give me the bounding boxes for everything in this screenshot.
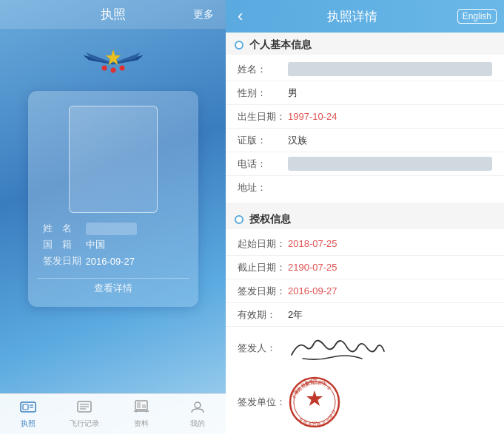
left-panel: 执照 更多 姓 名 国 籍 中国 — [0, 0, 226, 434]
right-panel: ‹ 执照详情 English 个人基本信息 姓名： 性别： 男 出生日期： — [226, 0, 504, 434]
logo-icon — [80, 42, 147, 79]
section-dot-personal — [235, 41, 243, 50]
card-name-label: 姓 名 — [43, 222, 86, 235]
nav-label-flight-record: 飞行记录 — [70, 418, 99, 429]
value-issue-date: 2016-09-27 — [288, 285, 492, 296]
card-name-row: 姓 名 — [43, 222, 184, 235]
svg-marker-21 — [306, 390, 323, 406]
right-header: ‹ 执照详情 English — [226, 0, 504, 33]
nav-label-data: 资料 — [134, 418, 149, 429]
card-date-row: 签发日期 2016-09-27 — [43, 254, 184, 268]
label-birthday: 出生日期： — [238, 110, 288, 123]
svg-rect-5 — [23, 404, 28, 410]
flight-record-icon — [76, 400, 93, 417]
label-issue-date: 签发日期： — [238, 285, 288, 298]
value-version: 汉族 — [288, 134, 492, 147]
stamp-row: 签发单位： 中国民用航空局 飞行标准司 (1) — [226, 370, 504, 434]
label-validity: 有效期： — [238, 308, 288, 322]
section-title-auth: 授权信息 — [249, 213, 291, 226]
svg-point-2 — [110, 68, 115, 73]
section-body-personal: 姓名： 性别： 男 出生日期： 1997-10-24 证版： 汉族 电话： — [226, 55, 504, 203]
svg-point-3 — [119, 66, 124, 71]
value-gender: 男 — [288, 87, 492, 100]
signature-label: 签发人： — [238, 342, 288, 355]
info-row-version: 证版： 汉族 — [226, 129, 504, 152]
value-name — [288, 62, 492, 76]
nav-item-license[interactable]: 执照 — [0, 394, 56, 434]
signature-image — [288, 333, 392, 364]
right-content: 个人基本信息 姓名： 性别： 男 出生日期： 1997-10-24 证版： 汉 — [226, 33, 504, 434]
bottom-nav: 执照 飞行记录 — [0, 393, 226, 434]
language-button[interactable]: English — [457, 9, 497, 24]
info-row-issue-date: 签发日期： 2016-09-27 — [226, 279, 504, 303]
card-info: 姓 名 国 籍 中国 签发日期 2016-09-27 — [37, 222, 189, 271]
official-stamp: 中国民用航空局 飞行标准司 (1) 中国民用航空飞行标准 行政许可颁证专用章 — [288, 376, 341, 429]
card-country-label: 国 籍 — [43, 238, 86, 251]
section-auth-header: 授权信息 — [226, 207, 504, 229]
nav-item-flight-record[interactable]: 飞行记录 — [56, 394, 112, 434]
view-detail-button[interactable]: 查看详情 — [37, 278, 189, 298]
value-start-date: 2018-07-25 — [288, 238, 492, 249]
card-country-value: 中国 — [86, 238, 105, 251]
card-name-value — [86, 223, 137, 235]
card-date-label: 签发日期 — [43, 254, 86, 268]
label-version: 证版： — [238, 134, 288, 147]
info-row-name: 姓名： — [226, 58, 504, 81]
label-address: 地址： — [238, 181, 288, 194]
nav-label-mine: 我的 — [190, 418, 205, 429]
nav-label-license: 执照 — [21, 418, 36, 429]
value-end-date: 2190-07-25 — [288, 262, 492, 273]
section-personal-info: 个人基本信息 姓名： 性别： 男 出生日期： 1997-10-24 证版： 汉 — [226, 33, 504, 203]
info-row-validity: 有效期： 2年 — [226, 303, 504, 327]
section-title-personal: 个人基本信息 — [249, 38, 312, 52]
value-phone — [288, 157, 492, 171]
stamp-label: 签发单位： — [238, 396, 288, 409]
back-button[interactable]: ‹ — [233, 7, 247, 26]
info-row-start-date: 起始日期： 2018-07-25 — [226, 232, 504, 256]
value-birthday: 1997-10-24 — [288, 111, 492, 122]
logo-area — [80, 42, 147, 79]
right-header-title: 执照详情 — [247, 8, 457, 25]
section-dot-auth — [235, 215, 243, 224]
label-start-date: 起始日期： — [238, 237, 288, 251]
left-header: 执照 更多 — [0, 0, 226, 29]
info-row-address: 地址： — [226, 176, 504, 200]
nav-item-data[interactable]: 资料 — [113, 394, 169, 434]
more-button[interactable]: 更多 — [147, 8, 214, 21]
info-row-gender: 性别： 男 — [226, 81, 504, 105]
section-authorization: 授权信息 起始日期： 2018-07-25 截止日期： 2190-07-25 签… — [226, 207, 504, 434]
svg-point-18 — [195, 402, 201, 408]
card-country-row: 国 籍 中国 — [43, 238, 184, 251]
data-icon — [133, 400, 149, 417]
nav-item-mine[interactable]: 我的 — [169, 394, 226, 434]
svg-rect-14 — [142, 404, 146, 408]
card-date-value: 2016-09-27 — [86, 256, 135, 267]
info-row-birthday: 出生日期： 1997-10-24 — [226, 105, 504, 129]
info-row-end-date: 截止日期： 2190-07-25 — [226, 256, 504, 279]
license-icon — [20, 400, 36, 417]
svg-rect-13 — [137, 402, 141, 408]
left-header-title: 执照 — [79, 6, 147, 23]
photo-placeholder — [69, 106, 158, 213]
mine-icon — [189, 400, 206, 417]
license-card: 姓 名 国 籍 中国 签发日期 2016-09-27 查看详情 — [28, 91, 198, 307]
section-personal-header: 个人基本信息 — [226, 33, 504, 55]
section-body-auth: 起始日期： 2018-07-25 截止日期： 2190-07-25 签发日期： … — [226, 229, 504, 434]
label-name: 姓名： — [238, 63, 288, 76]
signature-row: 签发人： — [226, 327, 504, 370]
label-gender: 性别： — [238, 87, 288, 100]
svg-point-1 — [101, 66, 107, 71]
value-validity: 2年 — [288, 308, 492, 322]
info-row-phone: 电话： — [226, 152, 504, 176]
label-end-date: 截止日期： — [238, 261, 288, 274]
label-phone: 电话： — [238, 157, 288, 171]
